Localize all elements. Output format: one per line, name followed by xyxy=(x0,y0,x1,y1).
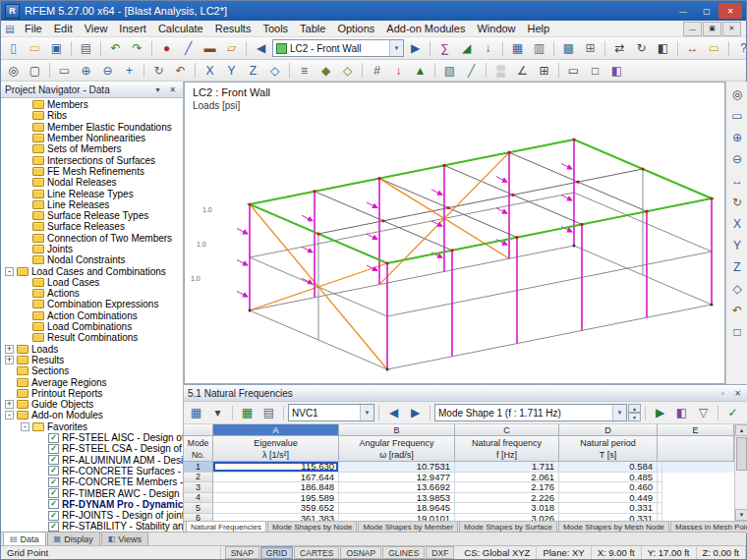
help-icon[interactable]: ? xyxy=(733,38,746,59)
tree-expander-icon[interactable]: + xyxy=(5,356,14,364)
zoom-in-icon[interactable]: ⊕ xyxy=(727,127,747,147)
pan-view-icon[interactable]: + xyxy=(119,60,140,81)
navigator-tab[interactable]: ◧ Views xyxy=(101,532,148,545)
apply-icon[interactable]: ✓ xyxy=(722,403,743,423)
margins-icon[interactable]: ▭ xyxy=(563,60,584,81)
new-line-icon[interactable]: ╱ xyxy=(178,38,199,59)
tree-item[interactable]: RF-STEEL CSA - Design of steel xyxy=(1,443,183,454)
tables-icon[interactable]: ▦ xyxy=(507,38,528,59)
mdi-restore-button[interactable]: ▣ xyxy=(703,22,721,36)
view-y-icon[interactable]: Y xyxy=(727,235,747,255)
empty-cell[interactable] xyxy=(658,493,662,504)
show-loads-icon[interactable]: ↓ xyxy=(388,60,409,81)
tree-item[interactable]: Member Elastic Foundations xyxy=(1,122,183,133)
row-number-cell[interactable]: 4 xyxy=(184,493,213,504)
show-loads-icon[interactable]: ↓ xyxy=(478,38,498,59)
zoom-window-icon[interactable]: ▭ xyxy=(54,60,75,81)
menu-item[interactable]: View xyxy=(79,22,114,35)
new-model-icon[interactable]: ▯ xyxy=(3,38,24,59)
view-z-icon[interactable]: Z xyxy=(727,256,747,277)
undo-icon[interactable]: ↶ xyxy=(105,38,126,59)
rotate-view-icon[interactable]: ↻ xyxy=(148,60,169,81)
previous-view-icon[interactable]: ↶ xyxy=(727,300,747,320)
load-case-combobox[interactable]: LC2 - Front Wall ▼ xyxy=(272,39,404,57)
open-file-icon[interactable]: ▭ xyxy=(25,38,45,59)
menu-item[interactable]: Table xyxy=(294,22,331,35)
empty-cell[interactable] xyxy=(658,473,662,483)
menu-item[interactable]: Tools xyxy=(257,22,294,35)
tree-item[interactable]: Intersections of Surfaces xyxy=(1,154,183,165)
eigenvalue-cell[interactable]: 361.383 xyxy=(213,514,339,522)
tree-expander-icon[interactable]: - xyxy=(5,411,14,420)
tree-item[interactable]: RF-TIMBER AWC - Design of ti xyxy=(1,487,183,498)
print-icon[interactable]: ▤ xyxy=(76,38,96,59)
chevron-down-icon[interactable]: ▼ xyxy=(612,405,626,420)
empty-cell[interactable] xyxy=(658,482,662,493)
calculate-all-icon[interactable]: ∑ xyxy=(434,38,455,59)
menu-item[interactable]: Results xyxy=(209,22,258,35)
zoom-window-icon[interactable]: ▭ xyxy=(727,105,747,126)
empty-cell[interactable] xyxy=(658,514,662,522)
column-letter-header[interactable]: D xyxy=(559,424,658,436)
status-toggle-button[interactable]: GLINES xyxy=(382,546,425,559)
navigator-tab[interactable]: ▤ Data xyxy=(3,532,46,545)
tree-item[interactable]: Sections xyxy=(1,365,183,376)
next-load-case-icon[interactable]: ▶ xyxy=(405,38,426,59)
tree-item[interactable]: + Guide Objects xyxy=(1,399,183,410)
tree-item[interactable]: Connection of Two Members xyxy=(1,233,183,244)
tree-item[interactable]: RF-JOINTS - Design of joints xyxy=(1,510,183,521)
empty-cell[interactable] xyxy=(658,503,662,514)
table-scrollbar[interactable]: ▲ ▼ xyxy=(734,424,747,521)
tree-item[interactable]: RF-STEEL AISC - Design of stee xyxy=(1,432,183,443)
rotate-icon[interactable]: ↻ xyxy=(631,38,652,59)
edit-select-icon[interactable]: ◎ xyxy=(3,60,24,81)
tree-expander-icon[interactable]: + xyxy=(5,345,14,354)
column-letter-header[interactable]: C xyxy=(455,424,559,436)
tree-item[interactable]: Sets of Members xyxy=(1,143,183,154)
tree-item[interactable]: Actions xyxy=(1,288,183,299)
clipping-plane-icon[interactable]: ▧ xyxy=(439,60,460,81)
row-number-cell[interactable]: 5 xyxy=(184,503,213,514)
tree-item[interactable]: Surface Releases xyxy=(1,221,183,232)
menu-item[interactable]: Insert xyxy=(113,22,152,35)
view-x-icon[interactable]: X xyxy=(200,60,220,81)
row-number-cell[interactable]: 2 xyxy=(184,473,213,483)
new-surface-icon[interactable]: ▱ xyxy=(221,38,242,59)
maximize-button[interactable]: ▢ xyxy=(695,3,718,19)
navigator-pin-icon[interactable]: ▾ xyxy=(151,84,164,95)
natural-period-cell[interactable]: 0.331 xyxy=(559,514,658,522)
next-mode-icon[interactable]: ▶ xyxy=(405,403,426,423)
tree-item[interactable]: + Loads xyxy=(1,344,183,355)
tree-item[interactable]: Line Releases xyxy=(1,199,183,210)
tree-item[interactable]: - Add-on Modules xyxy=(1,410,183,420)
tree-item[interactable]: RF-ALUMINUM ADM - Design xyxy=(1,455,183,466)
tree-item[interactable]: Members xyxy=(1,99,183,110)
filter-icon[interactable]: ▽ xyxy=(693,403,714,423)
tree-item[interactable]: FE Mesh Refinements xyxy=(1,166,183,177)
natural-frequency-cell[interactable]: 3.026 xyxy=(455,514,559,522)
tree-item[interactable]: RF-STABILITY - Stability analys xyxy=(1,521,183,532)
spin-up-icon[interactable]: ▲ xyxy=(628,404,641,413)
print-table-icon[interactable]: ▤ xyxy=(259,403,279,423)
show-full-model-icon[interactable]: □ xyxy=(727,321,747,342)
navigator-close-icon[interactable]: ✕ xyxy=(166,84,179,95)
status-toggle-button[interactable]: OSNAP xyxy=(340,546,381,559)
navigator-tab[interactable]: ▦ Display xyxy=(47,532,100,545)
show-supports-icon[interactable]: ▲ xyxy=(410,60,431,81)
spin-down-icon[interactable]: ▼ xyxy=(628,413,641,421)
render-solid-icon[interactable]: ◆ xyxy=(316,60,336,81)
view-y-icon[interactable]: Y xyxy=(221,60,242,81)
column-letter-header[interactable]: B xyxy=(339,424,455,436)
zoom-out-icon[interactable]: ⊖ xyxy=(727,148,747,169)
comment-icon[interactable]: ▭ xyxy=(704,38,724,59)
tree-expander-icon[interactable]: - xyxy=(21,422,29,431)
table-corner-cell[interactable] xyxy=(184,424,213,436)
status-toggle-button[interactable]: DXF xyxy=(426,546,454,559)
zoom-in-icon[interactable]: ⊕ xyxy=(76,60,96,81)
tree-item[interactable]: RF-CONCRETE Members - Des xyxy=(1,476,183,487)
menu-item[interactable]: Add-on Modules xyxy=(380,22,471,35)
status-toggle-button[interactable]: CARTES xyxy=(294,546,339,559)
mode-shape-combobox[interactable]: Mode Shape 1 (f : 1.711 Hz) ▼ xyxy=(434,404,627,421)
menu-item[interactable]: Window xyxy=(471,22,521,35)
isometric-view-icon[interactable]: ◇ xyxy=(264,60,285,81)
